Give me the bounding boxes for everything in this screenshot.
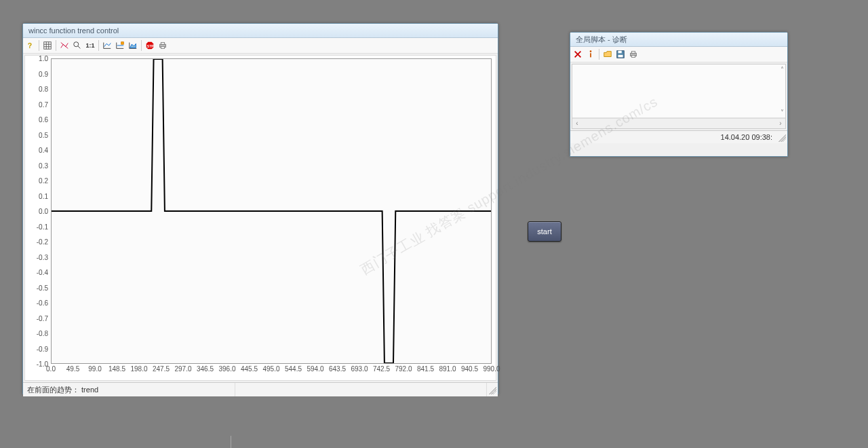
y-tick: 0.3 (39, 162, 48, 169)
diag-title: 全局脚本 - 诊断 (576, 35, 627, 43)
y-tick: 0.9 (39, 70, 48, 77)
svg-rect-14 (161, 43, 164, 45)
svg-rect-22 (618, 55, 623, 58)
y-tick: 0.2 (39, 177, 48, 185)
svg-text:STP: STP (147, 44, 155, 48)
x-tick: 198.0 (130, 365, 147, 373)
svg-rect-9 (121, 42, 124, 45)
x-tick: 594.0 (307, 365, 323, 373)
open-icon[interactable] (601, 48, 614, 60)
scroll-left-icon[interactable]: ‹ (572, 119, 582, 128)
x-tick: 495.0 (262, 365, 279, 373)
trend-control-panel: wincc function trend control ? 1:1 STP 1… (22, 23, 498, 394)
diag-toolbar (570, 47, 787, 62)
svg-line-6 (61, 43, 68, 49)
toolbar-separator (141, 40, 142, 51)
y-tick: 0.5 (39, 131, 48, 138)
x-tick: 247.5 (153, 365, 170, 373)
status-label: 在前面的趋势： (27, 385, 79, 395)
diag-hscroll[interactable]: ‹ › (572, 118, 785, 128)
resize-grip-icon[interactable] (487, 385, 496, 394)
y-tick: 0.1 (39, 192, 48, 200)
trend-toolbar: ? 1:1 STP (23, 38, 498, 54)
svg-marker-10 (130, 43, 136, 48)
status-value: trend (81, 386, 98, 394)
strike-chart-icon[interactable] (58, 39, 71, 52)
y-tick: -0.8 (37, 330, 48, 337)
y-tick: 0.4 (39, 147, 48, 154)
toolbar-separator (56, 40, 56, 51)
chart-area-icon[interactable] (127, 39, 139, 52)
y-tick: 0.8 (39, 86, 48, 93)
diag-output[interactable]: ˄ ˅ (572, 64, 785, 118)
svg-rect-25 (631, 56, 635, 58)
print-icon[interactable] (157, 39, 169, 52)
y-tick: -0.5 (37, 284, 48, 291)
diagnostics-panel: 全局脚本 - 诊断 ˄ ˅ ‹ › 14.04.20 09:38: (570, 32, 788, 157)
x-tick: 49.5 (66, 365, 79, 373)
x-tick: 544.5 (285, 365, 302, 373)
x-tick: 841.5 (417, 365, 434, 373)
start-button[interactable]: start (528, 221, 561, 242)
help-icon[interactable]: ? (24, 39, 37, 52)
x-tick: 396.0 (218, 365, 235, 373)
x-tick: 99.0 (88, 365, 101, 373)
diag-titlebar: 全局脚本 - 诊断 (570, 33, 787, 47)
toolbar-separator (599, 49, 599, 60)
one-to-one-icon[interactable]: 1:1 (84, 39, 96, 52)
toolbar-separator (39, 40, 39, 51)
svg-rect-19 (590, 53, 591, 57)
stop-icon[interactable]: STP (144, 39, 156, 52)
y-tick: -0.7 (37, 314, 48, 322)
chart-area: 1.00.90.80.70.60.50.40.30.20.10.0-0.1-0.… (24, 55, 496, 381)
svg-text:?: ? (28, 41, 32, 50)
scroll-down-icon[interactable]: ˅ (781, 109, 784, 116)
x-tick: 940.5 (461, 365, 478, 373)
svg-rect-15 (161, 47, 164, 49)
resize-grip-icon[interactable] (776, 132, 786, 142)
svg-rect-24 (631, 52, 635, 54)
x-tick: 346.5 (197, 365, 214, 373)
toolbar-separator (98, 40, 99, 51)
y-tick: -0.4 (37, 269, 48, 276)
y-tick: -0.3 (37, 253, 48, 261)
trend-statusbar: 在前面的趋势： trend (23, 382, 498, 396)
svg-line-8 (78, 46, 81, 49)
x-axis: 0.049.599.0148.5198.0247.5297.0346.5396.… (51, 365, 492, 376)
diag-timestamp: 14.04.20 09:38: (721, 133, 776, 141)
scroll-up-icon[interactable]: ˄ (781, 66, 784, 73)
y-tick: -0.1 (37, 223, 48, 230)
y-tick: -0.9 (37, 345, 48, 352)
save-icon[interactable] (614, 48, 627, 60)
x-tick: 445.5 (241, 365, 258, 373)
y-axis: 1.00.90.80.70.60.50.40.30.20.10.0-0.1-0.… (25, 58, 51, 364)
svg-rect-1 (44, 42, 52, 50)
y-tick: 0.0 (39, 208, 48, 215)
print-icon[interactable] (627, 48, 639, 60)
diag-statusbar: 14.04.20 09:38: (570, 130, 787, 143)
x-tick: 792.0 (395, 365, 412, 373)
x-tick: 148.5 (108, 365, 125, 373)
x-tick: 0.0 (46, 365, 56, 373)
bottom-divider (231, 436, 231, 448)
trend-title: wincc function trend control (28, 26, 119, 35)
grid-icon[interactable] (41, 39, 54, 52)
x-tick: 643.5 (329, 365, 346, 373)
x-tick: 891.0 (439, 365, 456, 373)
zoom-out-icon[interactable] (71, 39, 83, 52)
diag-body: ˄ ˅ ‹ › (572, 64, 786, 129)
x-tick: 742.5 (373, 365, 390, 373)
x-tick: 693.0 (351, 365, 368, 373)
svg-rect-21 (618, 51, 622, 54)
chart-edit-icon[interactable] (114, 39, 126, 52)
delete-icon[interactable] (572, 48, 584, 60)
y-tick: 0.6 (39, 116, 48, 124)
svg-point-7 (74, 42, 79, 47)
info-icon[interactable] (585, 48, 597, 60)
y-tick: -0.6 (37, 299, 48, 307)
plot-region[interactable] (51, 58, 492, 364)
svg-point-18 (590, 50, 592, 52)
y-tick: 0.7 (39, 100, 48, 108)
scroll-right-icon[interactable]: › (776, 119, 785, 128)
chart-line-icon[interactable] (101, 39, 113, 52)
